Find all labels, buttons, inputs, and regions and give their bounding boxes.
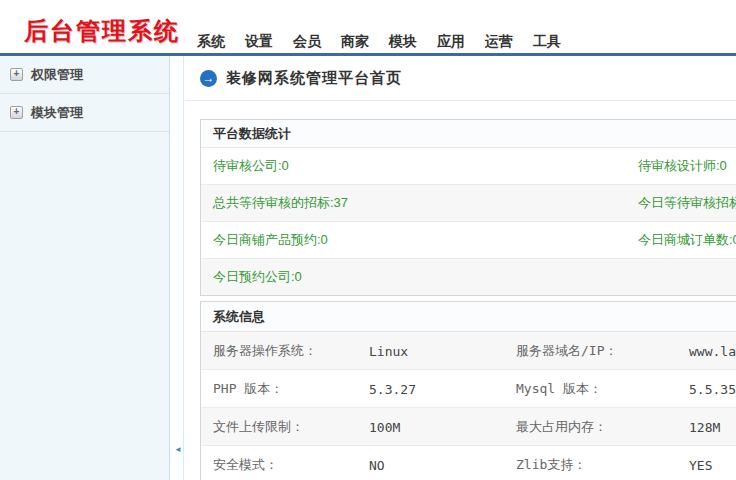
label-upload-limit: 文件上传限制： [213, 418, 304, 436]
label-server-os: 服务器操作系统： [213, 342, 317, 360]
main-content: → 装修网系统管理平台首页 平台数据统计 待审核公司:0 待审核设计师:0 总共… [185, 56, 736, 480]
nav-item-members[interactable]: 会员 [293, 33, 321, 51]
label-php-version: PHP 版本： [213, 380, 283, 398]
nav-item-modules[interactable]: 模块 [389, 33, 417, 51]
value-upload-limit: 100M [369, 419, 400, 434]
nav-item-operations[interactable]: 运营 [485, 33, 513, 51]
admin-dashboard: 后台管理系统 系统 设置 会员 商家 模块 应用 运营 工具 + 权限管理 + … [0, 0, 736, 480]
arrow-circle-icon: → [200, 70, 217, 87]
stat-today-pending-bids: 今日等待审核招标:0 [638, 194, 736, 212]
sysinfo-row: 文件上传限制： 100M 最大占用内存： 128M [201, 408, 736, 446]
stat-today-mall-orders: 今日商城订单数:0 [638, 231, 736, 249]
sidebar-item-permissions[interactable]: + 权限管理 [0, 56, 169, 94]
stat-today-product-bookings: 今日商铺产品预约:0 [213, 231, 328, 249]
sysinfo-row: 安全模式： NO Zlib支持： YES [201, 446, 736, 480]
sidebar-item-modules[interactable]: + 模块管理 [0, 94, 169, 132]
stats-row: 今日预约公司:0 [201, 259, 736, 295]
sidebar-item-label: 权限管理 [31, 66, 83, 84]
collapse-left-icon[interactable]: ◄ [174, 446, 182, 454]
panel-title: 平台数据统计 [201, 120, 736, 148]
stat-pending-companies: 待审核公司:0 [213, 157, 289, 175]
label-mysql-version: Mysql 版本： [516, 380, 602, 398]
label-safe-mode: 安全模式： [213, 456, 278, 474]
stat-today-booked-companies: 今日预约公司:0 [213, 268, 302, 286]
app-logo[interactable]: 后台管理系统 [24, 15, 180, 47]
sysinfo-row: 服务器操作系统： Linux 服务器域名/IP： www.laj [201, 332, 736, 370]
platform-stats-panel: 平台数据统计 待审核公司:0 待审核设计师:0 总共等待审核的招标:37 今日等… [200, 119, 736, 296]
stats-row: 今日商铺产品预约:0 今日商城订单数:0 [201, 222, 736, 259]
sidebar-item-label: 模块管理 [31, 104, 83, 122]
sidebar: + 权限管理 + 模块管理 [0, 56, 170, 480]
nav-item-merchants[interactable]: 商家 [341, 33, 369, 51]
nav-item-system[interactable]: 系统 [197, 33, 225, 51]
value-server-os: Linux [369, 343, 408, 358]
sidebar-collapse-bar[interactable]: ◄ [171, 56, 184, 480]
top-nav: 系统 设置 会员 商家 模块 应用 运营 工具 [197, 33, 561, 51]
value-server-domain: www.laj [689, 343, 736, 358]
stats-row: 待审核公司:0 待审核设计师:0 [201, 148, 736, 185]
value-mysql-version: 5.5.35. [689, 381, 736, 396]
page-title-bar: → 装修网系统管理平台首页 [185, 56, 736, 101]
value-php-version: 5.3.27 [369, 381, 416, 396]
system-info-panel: 系统信息 服务器操作系统： Linux 服务器域名/IP： www.laj PH… [200, 301, 736, 480]
nav-item-apps[interactable]: 应用 [437, 33, 465, 51]
label-max-memory: 最大占用内存： [516, 418, 607, 436]
plus-expand-icon[interactable]: + [10, 106, 23, 119]
stat-total-pending-bids: 总共等待审核的招标:37 [213, 194, 348, 212]
panel-title: 系统信息 [201, 302, 736, 332]
plus-expand-icon[interactable]: + [10, 68, 23, 81]
label-zlib-support: Zlib支持： [516, 456, 586, 474]
top-header: 后台管理系统 系统 设置 会员 商家 模块 应用 运营 工具 [0, 0, 736, 56]
label-server-domain: 服务器域名/IP： [516, 342, 617, 360]
stat-pending-designers: 待审核设计师:0 [638, 157, 727, 175]
sysinfo-row: PHP 版本： 5.3.27 Mysql 版本： 5.5.35. [201, 370, 736, 408]
value-zlib-support: YES [689, 457, 712, 472]
nav-item-tools[interactable]: 工具 [533, 33, 561, 51]
page-title: 装修网系统管理平台首页 [226, 69, 402, 88]
stats-row: 总共等待审核的招标:37 今日等待审核招标:0 [201, 185, 736, 222]
value-safe-mode: NO [369, 457, 385, 472]
value-max-memory: 128M [689, 419, 720, 434]
nav-item-settings[interactable]: 设置 [245, 33, 273, 51]
